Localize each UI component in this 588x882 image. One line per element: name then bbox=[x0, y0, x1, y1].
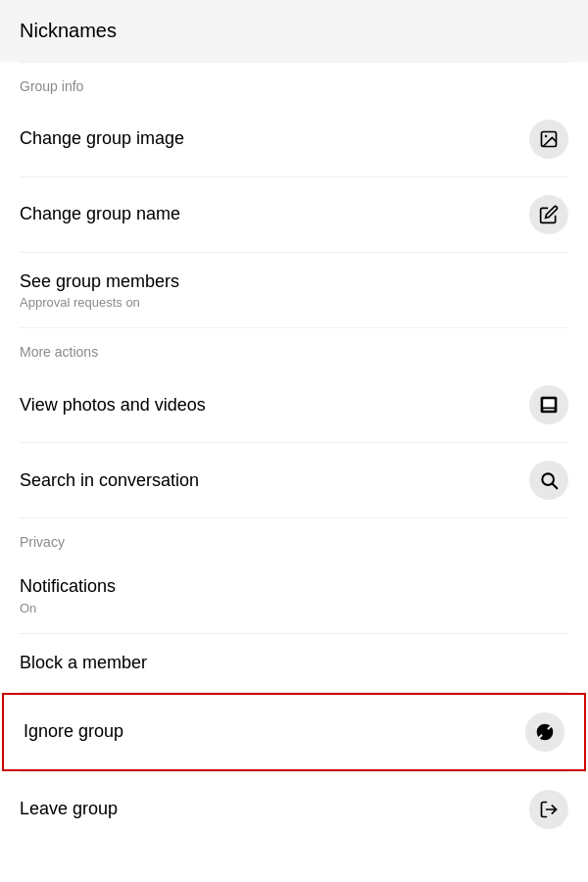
leave-icon bbox=[529, 790, 568, 829]
notifications-sublabel: On bbox=[20, 601, 116, 615]
ignore-group-content: Ignore group bbox=[24, 720, 123, 743]
notifications-item[interactable]: Notifications On bbox=[0, 558, 588, 632]
view-photos-videos-content: View photos and videos bbox=[20, 394, 206, 416]
ignore-group-item[interactable]: Ignore group bbox=[2, 693, 586, 771]
block-a-member-item[interactable]: Block a member bbox=[0, 634, 588, 692]
see-group-members-content: See group members Approval requests on bbox=[20, 270, 179, 310]
view-photos-videos-item[interactable]: View photos and videos bbox=[0, 368, 588, 442]
leave-group-content: Leave group bbox=[20, 798, 118, 820]
change-group-name-content: Change group name bbox=[20, 203, 180, 225]
change-group-image-item[interactable]: Change group image bbox=[0, 102, 588, 176]
ignore-icon bbox=[525, 712, 564, 752]
leave-group-item[interactable]: Leave group bbox=[0, 772, 588, 847]
change-group-name-label: Change group name bbox=[20, 203, 180, 225]
nicknames-label: Nicknames bbox=[20, 20, 117, 42]
svg-point-1 bbox=[545, 135, 548, 138]
see-group-members-item[interactable]: See group members Approval requests on bbox=[0, 253, 588, 327]
search-in-conversation-item[interactable]: Search in conversation bbox=[0, 443, 588, 517]
see-group-members-label: See group members bbox=[20, 270, 179, 293]
block-a-member-label: Block a member bbox=[20, 652, 147, 674]
change-group-name-item[interactable]: Change group name bbox=[0, 177, 588, 252]
more-actions-header: More actions bbox=[0, 328, 588, 368]
notifications-label: Notifications bbox=[20, 575, 116, 598]
group-info-header: Group info bbox=[0, 63, 588, 102]
nicknames-item[interactable]: Nicknames bbox=[0, 0, 588, 62]
leave-group-label: Leave group bbox=[20, 798, 118, 820]
change-group-image-label: Change group image bbox=[20, 127, 184, 150]
media-icon bbox=[529, 385, 568, 424]
block-a-member-content: Block a member bbox=[20, 652, 147, 674]
svg-line-6 bbox=[553, 484, 558, 489]
menu-list: Nicknames Group info Change group image … bbox=[0, 0, 588, 847]
image-icon bbox=[529, 120, 568, 159]
notifications-content: Notifications On bbox=[20, 575, 116, 614]
search-in-conversation-label: Search in conversation bbox=[20, 469, 199, 492]
svg-point-9 bbox=[541, 728, 549, 736]
svg-rect-4 bbox=[543, 410, 555, 412]
search-in-conversation-content: Search in conversation bbox=[20, 469, 199, 492]
view-photos-videos-label: View photos and videos bbox=[20, 394, 206, 416]
edit-icon bbox=[529, 195, 568, 234]
privacy-header: Privacy bbox=[0, 518, 588, 558]
svg-rect-3 bbox=[543, 400, 555, 408]
ignore-group-label: Ignore group bbox=[24, 720, 123, 743]
search-icon bbox=[529, 461, 568, 500]
change-group-image-content: Change group image bbox=[20, 127, 184, 150]
approval-requests-sublabel: Approval requests on bbox=[20, 295, 179, 310]
